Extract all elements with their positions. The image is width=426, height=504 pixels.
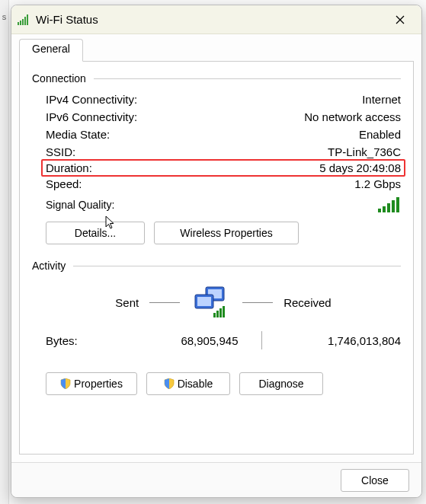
window-title: Wi-Fi Status [36,13,385,26]
media-state-value: Enabled [359,128,401,141]
svg-rect-1 [20,21,21,25]
details-button-label: Details... [75,227,116,239]
tab-general[interactable]: General [19,39,83,62]
background-strip: s [0,0,9,504]
general-panel: Connection IPv4 Connectivity: Internet I… [19,62,414,455]
svg-rect-16 [213,313,216,317]
bytes-row: Bytes: 68,905,945 1,746,013,804 [46,327,401,354]
tab-strip: General [19,39,414,62]
dash [149,302,180,303]
wifi-status-dialog: Wi-Fi Status General Connection IPv4 Con… [11,5,422,498]
svg-rect-8 [383,206,386,212]
row-duration-highlighted: Duration: 5 days 20:49:08 [41,159,405,177]
activity-body: Sent [32,273,401,366]
properties-label: Properties [74,378,123,390]
wifi-signal-icon [18,14,30,25]
connection-rows: IPv4 Connectivity: Internet IPv6 Connect… [32,86,401,252]
shield-icon [60,378,71,389]
ipv4-value: Internet [362,93,401,106]
wireless-properties-label: Wireless Properties [180,227,272,239]
svg-rect-3 [24,17,26,25]
ssid-value: TP-Link_736C [328,145,401,158]
bytes-received-value: 1,746,013,804 [262,334,402,347]
signal-quality-label: Signal Quality: [46,199,114,211]
received-label: Received [283,296,332,309]
wireless-properties-button[interactable]: Wireless Properties [154,222,299,244]
close-button[interactable]: Close [341,469,409,492]
dialog-footer: Close [11,462,421,497]
row-ssid: SSID: TP-Link_736C [46,143,401,161]
media-state-label: Media State: [46,128,110,141]
shield-icon [164,378,175,389]
duration-label: Duration: [46,161,92,174]
row-ipv6: IPv6 Connectivity: No network access [46,108,401,126]
signal-bars-icon [378,197,401,212]
action-buttons-row: Properties Disable Diagnose [32,366,401,395]
svg-rect-18 [219,308,222,317]
svg-rect-19 [223,306,225,317]
stray-char: s [2,12,7,21]
connection-group-text: Connection [32,72,86,85]
divider [73,266,401,266]
ipv6-value: No network access [304,110,401,123]
close-icon[interactable] [385,8,415,31]
connection-group-label: Connection [32,72,401,85]
svg-rect-17 [216,311,219,317]
svg-rect-4 [27,14,28,25]
disable-label: Disable [178,378,213,390]
speed-label: Speed: [46,177,82,190]
diagnose-button[interactable]: Diagnose [239,372,323,395]
close-button-label: Close [361,474,389,486]
bytes-sent-value: 68,905,945 [122,334,261,347]
svg-rect-0 [18,22,19,25]
ipv6-label: IPv6 Connectivity: [46,110,137,123]
svg-rect-7 [378,209,381,212]
speed-value: 1.2 Gbps [354,177,401,190]
svg-rect-15 [197,297,211,306]
duration-value: 5 days 20:49:08 [319,161,401,174]
row-speed: Speed: 1.2 Gbps [46,175,401,193]
row-signal-quality: Signal Quality: [46,193,401,222]
titlebar: Wi-Fi Status [11,5,421,34]
details-button[interactable]: Details... [46,222,145,244]
activity-group-label: Activity [32,260,401,272]
divider [94,78,401,79]
sent-received-diagram: Sent [46,285,401,319]
computers-icon [191,285,232,319]
diagnose-label: Diagnose [258,378,303,390]
row-media-state: Media State: Enabled [46,126,401,143]
disable-button[interactable]: Disable [146,372,230,395]
svg-rect-10 [392,200,395,212]
sent-label: Sent [115,296,139,309]
svg-rect-9 [387,203,390,212]
activity-group-text: Activity [32,260,66,272]
ssid-label: SSID: [46,145,75,158]
bytes-label: Bytes: [46,334,122,347]
svg-rect-2 [22,19,24,25]
properties-button[interactable]: Properties [46,372,137,395]
ipv4-label: IPv4 Connectivity: [46,93,137,106]
row-ipv4: IPv4 Connectivity: Internet [46,91,401,108]
svg-rect-11 [396,197,399,212]
dash [242,302,273,303]
tab-general-label: General [32,43,70,55]
